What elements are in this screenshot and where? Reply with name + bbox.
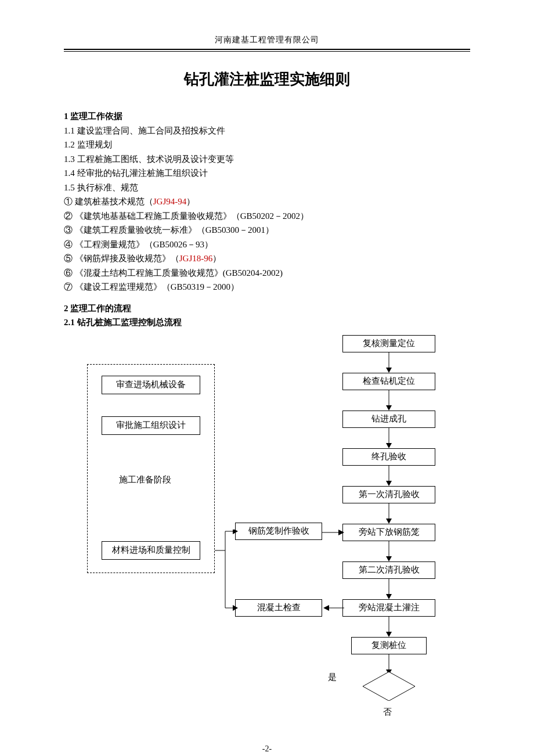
svg-marker-1 [386, 368, 392, 373]
svg-marker-21 [233, 530, 238, 534]
arrow-v-4 [386, 466, 392, 486]
flow-box-clean-1: 第一次清孔验收 [342, 486, 435, 503]
std5-suffix: ） [212, 254, 221, 263]
arrow-v-7 [386, 579, 392, 599]
std1-suffix: ） [186, 197, 195, 206]
std1-prefix: ① 建筑桩基技术规范（ [64, 197, 153, 206]
arrow-v-6 [386, 541, 392, 561]
line-1-1: 1.1 建设监理合同、施工合同及招投标文件 [64, 124, 470, 138]
flowchart: 复核测量定位 检查钻机定位 钻进成孔 终孔验收 第一次清孔验收 旁站下放钢筋笼 … [64, 332, 470, 721]
company-header: 河南建基工程管理有限公司 [64, 35, 470, 48]
arrow-cage-right [322, 528, 345, 537]
flow-box-drill-position: 检查钻机定位 [342, 373, 435, 390]
svg-marker-9 [386, 519, 392, 524]
flow-box-measure: 复核测量定位 [342, 335, 435, 352]
flow-box-concrete-check: 混凝土检查 [235, 599, 322, 617]
decision-diamond [363, 672, 415, 701]
line-1-2: 1.2 监理规划 [64, 138, 470, 152]
flow-box-cage-accept: 钢筋笼制作验收 [235, 523, 322, 540]
arrow-v-2 [386, 390, 392, 411]
section-1-heading: 1 监理工作依据 [64, 110, 470, 123]
section-2-1: 2.1 钻孔桩施工监理控制总流程 [64, 316, 470, 329]
standard-2: ② 《建筑地基基础工程施工质量验收规范》（GB50202－2002） [64, 210, 470, 223]
label-no: 否 [383, 707, 392, 718]
svg-marker-3 [386, 405, 392, 411]
standard-1: ① 建筑桩基技术规范（JGJ94-94） [64, 195, 470, 208]
flow-box-cage: 旁站下放钢筋笼 [342, 524, 435, 541]
page-number: -2- [64, 744, 470, 754]
std5-prefix: ⑤ 《钢筋焊接及验收规范》（ [64, 254, 179, 263]
std1-code: JGJ94-94 [153, 197, 187, 206]
flow-box-approve-design: 审批施工组织设计 [102, 416, 200, 435]
standard-6: ⑥ 《混凝土结构工程施工质量验收规范》(GB50204-2002) [64, 267, 470, 280]
standard-4: ④ 《工程测量规范》（GB50026－93） [64, 238, 470, 251]
svg-marker-25 [338, 530, 344, 535]
flow-box-final-hole: 终孔验收 [342, 448, 435, 466]
flow-box-recheck: 复测桩位 [351, 637, 427, 654]
flow-box-equipment: 审查进场机械设备 [102, 376, 200, 394]
label-yes: 是 [328, 672, 337, 683]
conn-split [215, 530, 238, 611]
svg-marker-11 [386, 556, 392, 561]
arrow-v-5 [386, 503, 392, 524]
svg-marker-27 [323, 605, 329, 611]
arrow-concrete-left [322, 604, 345, 612]
section-2-heading: 2 监理工作的流程 [64, 302, 470, 315]
standard-7: ⑦ 《建设工程监理规范》（GB50319－2000） [64, 280, 470, 294]
arrow-v-3 [386, 428, 392, 448]
svg-marker-28 [363, 672, 415, 701]
header-rule [64, 49, 470, 52]
flow-box-materials: 材料进场和质量控制 [102, 541, 200, 560]
arrow-v-1 [386, 352, 392, 373]
svg-marker-5 [386, 443, 392, 448]
std5-code: JGJ18-96 [179, 254, 213, 263]
page: 河南建基工程管理有限公司 钻孔灌注桩监理实施细则 1 监理工作依据 1.1 建设… [0, 0, 534, 756]
arrow-v-8 [386, 617, 392, 637]
standard-3: ③ 《建筑工程质量验收统一标准》（GB50300－2001） [64, 224, 470, 237]
svg-marker-13 [386, 594, 392, 599]
line-1-4: 1.4 经审批的钻孔灌注桩施工组织设计 [64, 167, 470, 180]
phase-label: 施工准备阶段 [119, 474, 171, 485]
line-1-5: 1.5 执行标准、规范 [64, 181, 470, 195]
document-title: 钻孔灌注桩监理实施细则 [64, 69, 470, 89]
flow-box-clean-2: 第二次清孔验收 [342, 561, 435, 579]
svg-marker-7 [386, 481, 392, 486]
flow-box-drilling: 钻进成孔 [342, 411, 435, 428]
flow-box-concrete: 旁站混凝土灌注 [342, 599, 435, 617]
line-1-3: 1.3 工程桩施工图纸、技术说明及设计变更等 [64, 153, 470, 166]
standard-5: ⑤ 《钢筋焊接及验收规范》（JGJ18-96） [64, 252, 470, 265]
svg-marker-23 [233, 605, 238, 611]
svg-marker-15 [386, 632, 392, 637]
